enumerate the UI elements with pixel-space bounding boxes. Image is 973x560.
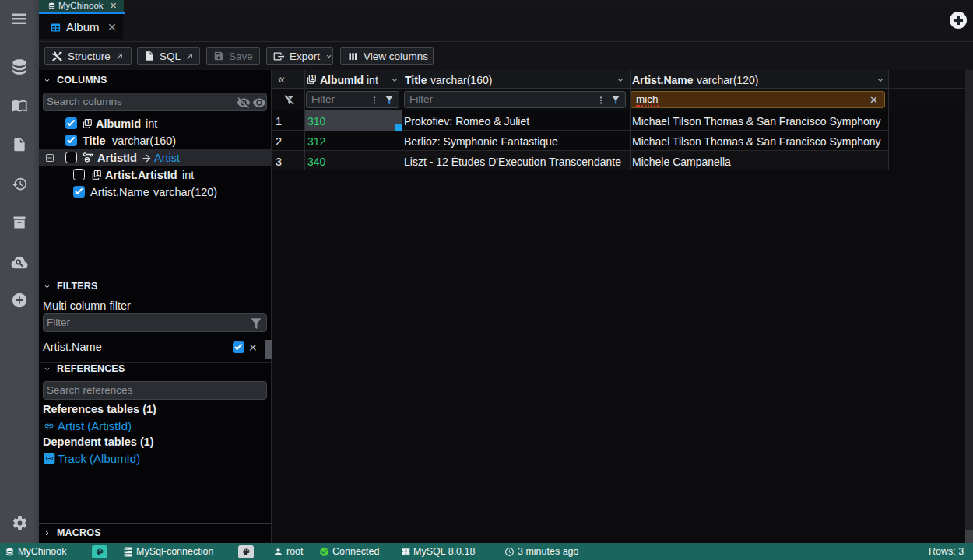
svg-text:1: 1 — [311, 75, 314, 82]
svg-text:1: 1 — [96, 170, 100, 177]
svg-text:1: 1 — [86, 119, 90, 126]
